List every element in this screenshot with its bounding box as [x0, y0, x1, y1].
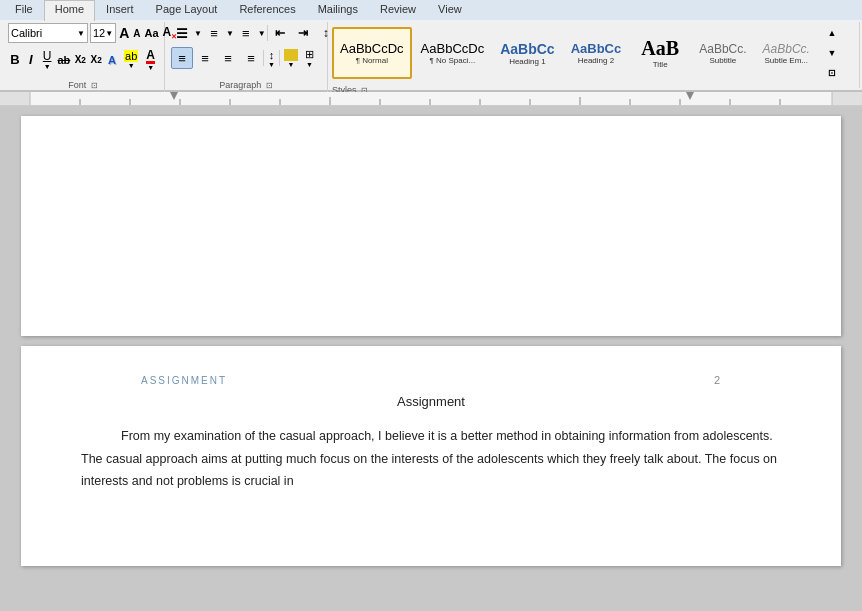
- body-paragraph[interactable]: From my examination of the casual approa…: [81, 425, 781, 493]
- style-title-label: Title: [653, 60, 668, 69]
- change-case-button[interactable]: Aa: [144, 22, 160, 44]
- highlight-arrow: ▼: [128, 62, 135, 69]
- tab-review[interactable]: Review: [369, 0, 427, 20]
- shading-button[interactable]: ▼: [281, 47, 301, 70]
- font-color-arrow: ▼: [147, 64, 154, 71]
- line-spacing-icon: ↕: [269, 49, 275, 61]
- style-no-spacing-label: ¶ No Spaci...: [430, 56, 476, 65]
- subscript-button[interactable]: X2: [73, 49, 87, 71]
- shading-icon: [284, 49, 298, 61]
- separator1: [267, 25, 268, 41]
- italic-button[interactable]: I: [24, 49, 38, 71]
- font-color-icon: A: [146, 48, 155, 64]
- style-title[interactable]: AaB Title: [630, 27, 690, 79]
- paragraph-group-expand[interactable]: ⊡: [266, 81, 273, 90]
- underline-arrow: ▼: [44, 63, 51, 70]
- tab-mailings[interactable]: Mailings: [307, 0, 369, 20]
- style-normal-preview: AaBbCcDc: [340, 41, 404, 56]
- style-normal[interactable]: AaBbCcDc ¶ Normal: [332, 27, 412, 79]
- text-effects-button[interactable]: A: [105, 49, 119, 71]
- font-group: Calibri ▼ 12 ▼ A A Aa A✕ B I U: [2, 22, 165, 92]
- tab-home[interactable]: Home: [44, 0, 95, 21]
- bold-button[interactable]: B: [8, 49, 22, 71]
- svg-rect-1: [0, 92, 30, 106]
- style-heading1[interactable]: AaBbCc Heading 1: [493, 27, 561, 79]
- style-heading2-label: Heading 2: [578, 56, 614, 65]
- svg-rect-0: [0, 92, 862, 106]
- font-name-selector[interactable]: Calibri ▼: [8, 23, 88, 43]
- paragraph-group-inner: ☰ ▼ ≡ ▼ ≡ ▼ ⇤ ⇥ ↕ ¶ ≡ ≡ ≡ ≡ ↕: [171, 22, 321, 70]
- numbering-arrow[interactable]: ▼: [226, 29, 234, 38]
- multilevel-arrow[interactable]: ▼: [258, 29, 266, 38]
- underline-button[interactable]: U ▼: [40, 47, 55, 72]
- ruler: [0, 92, 862, 106]
- line-spacing-button[interactable]: ↕ ▼: [265, 47, 278, 70]
- separator2: [263, 50, 264, 66]
- bullets-button[interactable]: ☰: [171, 22, 193, 44]
- style-subtitle[interactable]: AaBbCc. Subtitle: [692, 27, 753, 79]
- font-size-display: 12: [93, 27, 105, 39]
- font-color-button[interactable]: A ▼: [143, 46, 158, 73]
- align-right-button[interactable]: ≡: [217, 47, 239, 69]
- style-heading2-preview: AaBbCc: [571, 41, 622, 56]
- shading-arrow: ▼: [287, 61, 294, 68]
- font-grow-button[interactable]: A: [118, 22, 130, 44]
- font-shrink-button[interactable]: A: [132, 22, 141, 44]
- borders-arrow: ▼: [306, 61, 313, 68]
- underline-icon: U: [43, 49, 52, 63]
- bullets-arrow[interactable]: ▼: [194, 29, 202, 38]
- style-subtle-em-preview: AaBbCc.: [763, 42, 810, 56]
- font-group-label: Font ⊡: [68, 79, 98, 90]
- decrease-indent-button[interactable]: ⇤: [269, 22, 291, 44]
- tab-references[interactable]: References: [228, 0, 306, 20]
- tab-insert[interactable]: Insert: [95, 0, 145, 20]
- highlight-icon: ab: [124, 50, 138, 62]
- align-justify-button[interactable]: ≡: [240, 47, 262, 69]
- header-assignment-text: ASSIGNMENT: [141, 375, 227, 386]
- borders-icon: ⊞: [305, 48, 314, 61]
- align-left-button[interactable]: ≡: [171, 47, 193, 69]
- style-no-spacing-preview: AaBbCcDc: [421, 41, 485, 56]
- assignment-title[interactable]: Assignment: [81, 394, 781, 409]
- styles-more[interactable]: ⊡: [821, 64, 843, 82]
- styles-scroll-down[interactable]: ▼: [821, 44, 843, 62]
- font-size-arrow: ▼: [105, 29, 113, 38]
- font-name-display: Calibri: [11, 27, 77, 39]
- paragraph-group: ☰ ▼ ≡ ▼ ≡ ▼ ⇤ ⇥ ↕ ¶ ≡ ≡ ≡ ≡ ↕: [165, 22, 328, 92]
- style-title-preview: AaB: [641, 37, 679, 60]
- page-1: [21, 116, 841, 336]
- paragraph-group-label: Paragraph ⊡: [219, 79, 273, 90]
- strikethrough-button[interactable]: ab: [56, 49, 71, 71]
- line-spacing-arrow: ▼: [268, 61, 275, 68]
- align-center-button[interactable]: ≡: [194, 47, 216, 69]
- page-header: ASSIGNMENT 2: [81, 366, 781, 394]
- font-group-expand[interactable]: ⊡: [91, 81, 98, 90]
- styles-group: AaBbCcDc ¶ Normal AaBbCcDc ¶ No Spaci...…: [328, 22, 860, 88]
- ribbon-bar: Calibri ▼ 12 ▼ A A Aa A✕ B I U: [0, 20, 862, 92]
- svg-rect-2: [832, 92, 862, 106]
- page-2: ASSIGNMENT 2 Assignment From my examinat…: [21, 346, 841, 566]
- increase-indent-button[interactable]: ⇥: [292, 22, 314, 44]
- separator3: [279, 50, 280, 66]
- styles-scroll: ▲ ▼ ⊡: [821, 24, 843, 82]
- numbering-button[interactable]: ≡: [203, 22, 225, 44]
- multilevel-button[interactable]: ≡: [235, 22, 257, 44]
- styles-scroll-up[interactable]: ▲: [821, 24, 843, 42]
- tab-file[interactable]: File: [4, 0, 44, 20]
- tab-view[interactable]: View: [427, 0, 473, 20]
- superscript-button[interactable]: X2: [89, 49, 103, 71]
- font-size-selector[interactable]: 12 ▼: [90, 23, 116, 43]
- font-group-inner: Calibri ▼ 12 ▼ A A Aa A✕ B I U: [8, 22, 158, 73]
- style-no-spacing[interactable]: AaBbCcDc ¶ No Spaci...: [414, 27, 492, 79]
- style-subtitle-label: Subtitle: [710, 56, 737, 65]
- font-name-arrow: ▼: [77, 29, 85, 38]
- style-heading1-label: Heading 1: [509, 57, 545, 66]
- tab-page-layout[interactable]: Page Layout: [145, 0, 229, 20]
- style-heading2[interactable]: AaBbCc Heading 2: [564, 27, 629, 79]
- text-highlight-button[interactable]: ab ▼: [121, 48, 141, 71]
- style-subtle-em[interactable]: AaBbCc. Subtle Em...: [756, 27, 817, 79]
- document-area: ASSIGNMENT 2 Assignment From my examinat…: [0, 106, 862, 611]
- style-normal-label: ¶ Normal: [356, 56, 388, 65]
- borders-button[interactable]: ⊞ ▼: [302, 46, 317, 70]
- page-number: 2: [714, 374, 721, 386]
